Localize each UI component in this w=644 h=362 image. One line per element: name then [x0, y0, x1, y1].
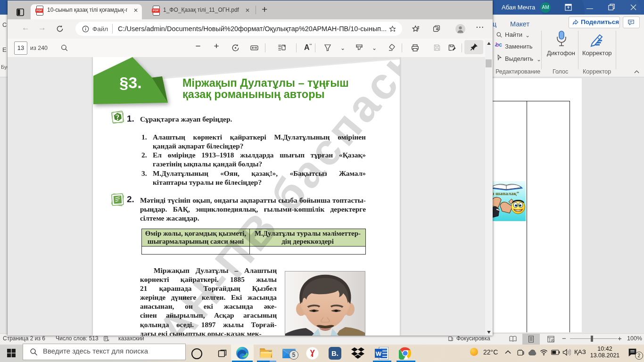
- svg-text:§3.: §3.: [119, 74, 141, 91]
- svg-text:W: W: [376, 350, 382, 357]
